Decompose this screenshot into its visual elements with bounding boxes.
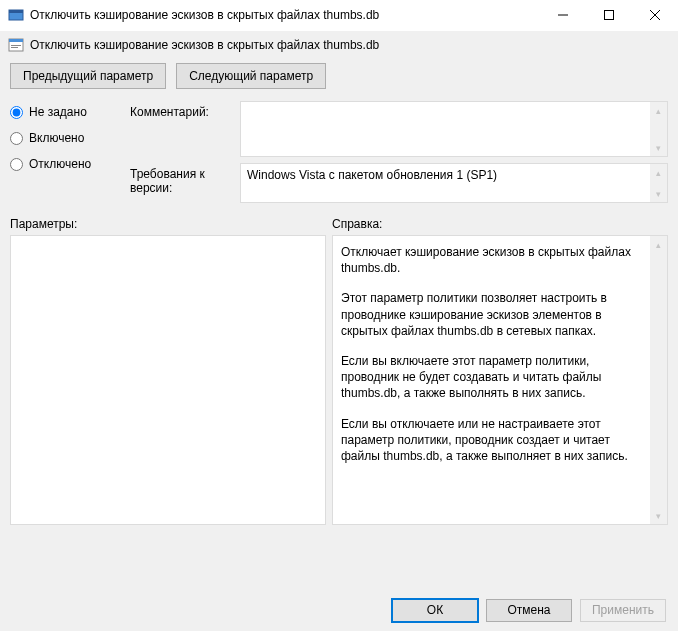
comment-row: Комментарий: ▴ ▾ xyxy=(130,101,668,157)
window-title: Отключить кэширование эскизов в скрытых … xyxy=(30,8,540,22)
requirement-row: Требования к версии: Windows Vista с пак… xyxy=(130,163,668,203)
svg-rect-1 xyxy=(9,10,23,13)
scroll-down-icon[interactable]: ▾ xyxy=(650,185,667,202)
comment-field[interactable]: ▴ ▾ xyxy=(240,101,668,157)
dialog-buttons: ОК Отмена Применить xyxy=(0,588,678,631)
scroll-up-icon[interactable]: ▴ xyxy=(650,164,667,181)
nav-row: Предыдущий параметр Следующий параметр xyxy=(0,61,678,101)
next-setting-button[interactable]: Следующий параметр xyxy=(176,63,326,89)
scroll-up-icon[interactable]: ▴ xyxy=(650,102,667,119)
help-paragraph: Этот параметр политики позволяет настрои… xyxy=(341,290,645,339)
scroll-down-icon[interactable]: ▾ xyxy=(650,139,667,156)
help-paragraph: Если вы отключаете или не настраиваете э… xyxy=(341,416,645,465)
lower-panels: Отключает кэширование эскизов в скрытых … xyxy=(0,235,678,525)
requirement-value: Windows Vista с пакетом обновления 1 (SP… xyxy=(247,168,497,182)
maximize-button[interactable] xyxy=(586,0,632,30)
help-paragraph: Отключает кэширование эскизов в скрытых … xyxy=(341,244,645,276)
radio-enabled-label: Включено xyxy=(29,131,84,145)
help-panel: Отключает кэширование эскизов в скрытых … xyxy=(332,235,668,525)
titlebar: Отключить кэширование эскизов в скрытых … xyxy=(0,0,678,31)
help-label: Справка: xyxy=(332,217,382,231)
radio-enabled[interactable]: Включено xyxy=(10,131,130,145)
radio-not-configured-label: Не задано xyxy=(29,105,87,119)
policy-header: Отключить кэширование эскизов в скрытых … xyxy=(0,31,678,61)
requirement-scrollbar[interactable]: ▴ ▾ xyxy=(650,164,667,202)
parameters-panel xyxy=(10,235,326,525)
svg-rect-7 xyxy=(9,39,23,42)
scroll-down-icon[interactable]: ▾ xyxy=(650,507,667,524)
radio-not-configured-input[interactable] xyxy=(10,106,23,119)
radio-disabled-label: Отключено xyxy=(29,157,91,171)
info-column: Комментарий: ▴ ▾ Требования к версии: Wi… xyxy=(130,101,668,203)
radio-enabled-input[interactable] xyxy=(10,132,23,145)
policy-icon xyxy=(8,37,24,53)
comment-label: Комментарий: xyxy=(130,101,234,119)
requirement-label: Требования к версии: xyxy=(130,163,234,195)
radio-disabled-input[interactable] xyxy=(10,158,23,171)
previous-setting-button[interactable]: Предыдущий параметр xyxy=(10,63,166,89)
radio-disabled[interactable]: Отключено xyxy=(10,157,130,171)
help-paragraph: Если вы включаете этот параметр политики… xyxy=(341,353,645,402)
svg-rect-3 xyxy=(605,11,614,20)
comment-scrollbar[interactable]: ▴ ▾ xyxy=(650,102,667,156)
minimize-button[interactable] xyxy=(540,0,586,30)
app-icon xyxy=(8,7,24,23)
scroll-up-icon[interactable]: ▴ xyxy=(650,236,667,253)
middle-section: Не задано Включено Отключено Комментарий… xyxy=(0,101,678,203)
ok-button[interactable]: ОК xyxy=(392,599,478,622)
state-radios: Не задано Включено Отключено xyxy=(10,101,130,203)
svg-rect-8 xyxy=(11,45,21,46)
svg-rect-9 xyxy=(11,47,18,48)
radio-not-configured[interactable]: Не задано xyxy=(10,105,130,119)
parameters-label: Параметры: xyxy=(10,217,332,231)
lower-labels: Параметры: Справка: xyxy=(0,203,678,235)
apply-button[interactable]: Применить xyxy=(580,599,666,622)
help-scrollbar[interactable]: ▴ ▾ xyxy=(650,236,667,524)
window-controls xyxy=(540,0,678,30)
client-area: Отключить кэширование эскизов в скрытых … xyxy=(0,31,678,631)
cancel-button[interactable]: Отмена xyxy=(486,599,572,622)
close-button[interactable] xyxy=(632,0,678,30)
requirement-field: Windows Vista с пакетом обновления 1 (SP… xyxy=(240,163,668,203)
policy-title: Отключить кэширование эскизов в скрытых … xyxy=(30,38,379,52)
